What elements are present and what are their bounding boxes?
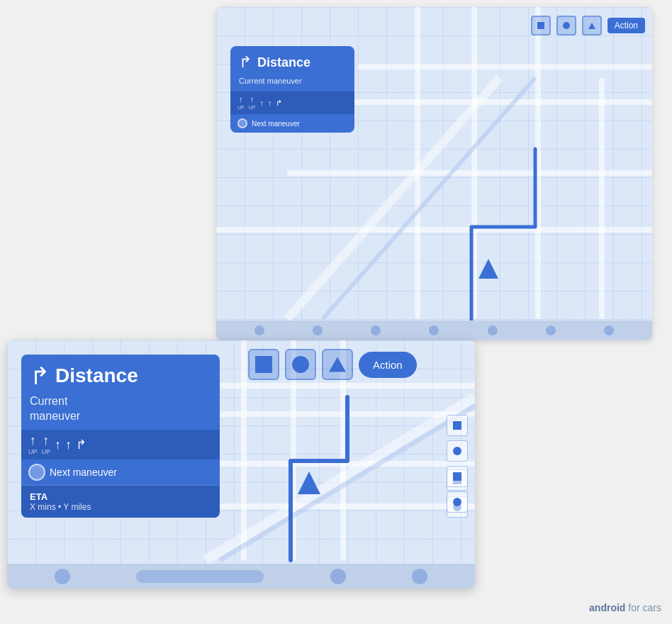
side-square-1 bbox=[453, 421, 461, 430]
small-action-button[interactable]: Action bbox=[607, 18, 645, 33]
nav-arrow-large bbox=[298, 472, 320, 494]
lane-item-3: ↑ bbox=[259, 99, 264, 107]
lg-dot-3 bbox=[412, 569, 427, 584]
lg-dot-1 bbox=[55, 569, 70, 584]
side-btn-2[interactable] bbox=[447, 440, 468, 462]
sm-dot-4 bbox=[429, 325, 439, 335]
small-nav-distance: Distance bbox=[257, 55, 310, 70]
side-btn-4[interactable] bbox=[447, 491, 468, 513]
lg-lane-arrow-1: ↑ bbox=[30, 434, 36, 447]
sm-dot-6 bbox=[546, 325, 556, 335]
side-square-2 bbox=[453, 472, 461, 481]
lg-dot-2 bbox=[330, 569, 346, 584]
large-action-button[interactable]: Action bbox=[359, 352, 417, 378]
large-square-btn[interactable] bbox=[248, 349, 279, 380]
right-side-icons bbox=[447, 415, 468, 513]
small-triangle-btn[interactable] bbox=[582, 16, 602, 35]
lg-lane-item-3: ↑ bbox=[55, 438, 61, 451]
large-nav-card: ↱ Distance Current maneuver ↑ UP ↑ UP ↑ … bbox=[21, 355, 220, 518]
large-current-maneuver-line1: Current bbox=[30, 395, 67, 407]
small-circle-btn[interactable] bbox=[556, 16, 576, 35]
lg-lane-item-1: ↑ UP bbox=[28, 434, 38, 455]
small-screen: Action ↱ Distance Current maneuver ↑ UP … bbox=[216, 7, 652, 340]
lane-label-1: UP bbox=[237, 105, 245, 110]
small-next-maneuver: Next maneuver bbox=[230, 114, 354, 133]
lg-lane-arrow-4: ↑ bbox=[65, 438, 72, 451]
large-current-maneuver-line2: maneuver bbox=[30, 410, 80, 422]
small-lane-guidance: ↑ UP ↑ UP ↑ ↑ ↱ bbox=[230, 91, 354, 114]
small-nav-header: ↱ Distance bbox=[230, 46, 354, 76]
lane-arrow-1: ↑ bbox=[239, 96, 243, 104]
large-square-icon bbox=[255, 356, 272, 373]
road-v1 bbox=[415, 7, 420, 319]
triangle-icon bbox=[588, 23, 595, 29]
small-maneuver-dot bbox=[237, 118, 247, 128]
large-nav-header: ↱ Distance bbox=[21, 355, 220, 394]
road-v4 bbox=[599, 78, 605, 319]
lane-arrow-4: ↑ bbox=[268, 99, 272, 107]
side-circle-2 bbox=[453, 498, 461, 506]
eta-value: X mins • Y miles bbox=[30, 502, 211, 512]
large-maneuver-dot bbox=[28, 464, 45, 481]
nav-arrow-small bbox=[478, 259, 498, 279]
road-h4 bbox=[216, 227, 652, 233]
lg-lane-arrow-3: ↑ bbox=[55, 438, 61, 451]
small-nav-subtitle: Current maneuver bbox=[230, 76, 354, 91]
small-square-btn[interactable] bbox=[531, 16, 551, 35]
large-bottom-bar bbox=[7, 564, 475, 589]
sm-dot-5 bbox=[488, 325, 498, 335]
large-nav-distance: Distance bbox=[55, 364, 138, 387]
large-lane-guidance: ↑ UP ↑ UP ↑ ↑ ↱ bbox=[21, 430, 220, 459]
circle-icon bbox=[563, 22, 570, 29]
square-icon bbox=[537, 22, 544, 29]
road-h1 bbox=[358, 64, 652, 69]
large-circle-icon bbox=[292, 356, 309, 373]
small-maneuver-text: Next maneuver bbox=[252, 120, 300, 128]
lg-road-v1 bbox=[241, 340, 247, 560]
sm-dot-2 bbox=[313, 325, 323, 335]
road-v2 bbox=[471, 7, 477, 319]
brand-name: android bbox=[589, 602, 625, 613]
lane-arrow-3: ↑ bbox=[259, 99, 264, 107]
large-circle-btn[interactable] bbox=[285, 349, 316, 380]
lg-lane-arrow-2: ↑ bbox=[43, 434, 49, 447]
large-triangle-btn[interactable] bbox=[322, 349, 353, 380]
lane-arrow-5: ↱ bbox=[276, 99, 282, 107]
road-h3 bbox=[287, 170, 652, 176]
lg-lane-label-2: UP bbox=[42, 448, 51, 455]
lg-lane-item-4: ↑ bbox=[65, 438, 72, 451]
large-triangle-icon bbox=[329, 357, 346, 372]
lg-lane-item-2: ↑ UP bbox=[42, 434, 51, 455]
lane-item-2: ↑ UP bbox=[249, 96, 256, 110]
sm-dot-7 bbox=[604, 325, 614, 335]
eta-label: ETA bbox=[30, 491, 211, 502]
side-circle-1 bbox=[453, 447, 461, 455]
lane-label-2: UP bbox=[249, 105, 256, 110]
branding: android for cars bbox=[589, 602, 661, 613]
sm-dot-1 bbox=[254, 325, 264, 335]
large-turn-arrow: ↱ bbox=[30, 362, 50, 390]
lg-lane-label-1: UP bbox=[28, 448, 38, 455]
eta-row: ETA X mins • Y miles bbox=[21, 485, 220, 518]
small-turn-arrow: ↱ bbox=[239, 53, 252, 72]
large-screen: Action ↱ Distance Current maneuver ↑ UP … bbox=[7, 340, 475, 589]
small-nav-card: ↱ Distance Current maneuver ↑ UP ↑ UP ↑ … bbox=[230, 46, 354, 133]
road-h2 bbox=[344, 99, 652, 105]
lane-arrow-2: ↑ bbox=[250, 96, 254, 104]
small-bottom-bar bbox=[216, 321, 652, 340]
large-nav-subtitle: Current maneuver bbox=[21, 394, 220, 430]
brand-suffix: for cars bbox=[628, 602, 661, 613]
lane-item-1: ↑ UP bbox=[237, 96, 245, 110]
sm-dot-3 bbox=[371, 325, 381, 335]
road-v3 bbox=[535, 7, 541, 319]
lg-lane-item-5: ↱ bbox=[76, 438, 86, 451]
side-btn-3[interactable] bbox=[447, 466, 468, 487]
lg-lane-arrow-5: ↱ bbox=[76, 438, 86, 451]
lg-pill bbox=[136, 570, 264, 583]
large-maneuver-text: Next maneuver bbox=[50, 467, 117, 478]
side-btn-1[interactable] bbox=[447, 415, 468, 436]
small-top-bar: Action bbox=[531, 16, 645, 35]
lane-item-5: ↱ bbox=[276, 99, 282, 107]
large-top-bar: Action bbox=[248, 349, 417, 380]
large-next-maneuver: Next maneuver bbox=[21, 459, 220, 485]
